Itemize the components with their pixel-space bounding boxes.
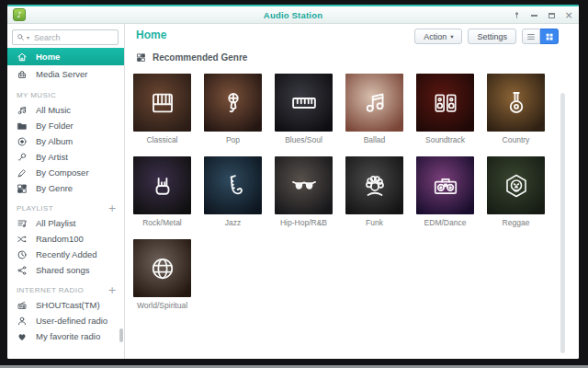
- genre-tile-hip-hop-r-b[interactable]: Hip-Hop/R&B: [275, 156, 333, 227]
- playlist-icon: [17, 218, 28, 229]
- pin-icon[interactable]: [512, 10, 521, 21]
- sidebar-item-shared-songs[interactable]: Shared songs: [7, 262, 124, 278]
- sidebar-item-label: By Genre: [36, 183, 73, 193]
- genre-tile-image: [133, 156, 191, 214]
- sidebar-item-all-music[interactable]: All Music: [7, 102, 124, 118]
- genre-tile-label: Jazz: [204, 218, 262, 227]
- sidebar-item-by-folder[interactable]: By Folder: [7, 118, 124, 133]
- grid-view-button[interactable]: [540, 29, 559, 44]
- genre-tile-image: [487, 74, 545, 132]
- chevron-down-icon: ▾: [450, 33, 453, 40]
- sidebar: ▾ Search HomeMedia ServerMY MUSICAll Mus…: [7, 24, 125, 359]
- section-header: Recommended Genre: [136, 52, 579, 63]
- minimize-icon[interactable]: [529, 10, 538, 21]
- sidebar-item-user-defined-radio[interactable]: User-defined radio: [7, 313, 124, 328]
- sidebar-item-random100[interactable]: Random100: [7, 231, 124, 247]
- sidebar-item-label: By Composer: [36, 167, 89, 178]
- titlebar[interactable]: ♪ Audio Station ×: [7, 6, 579, 24]
- audio-station-app-icon: ♪: [13, 8, 26, 21]
- sidebar-item-home[interactable]: Home: [7, 48, 124, 65]
- maximize-icon[interactable]: [547, 10, 556, 21]
- sidebar-item-my-favorite-radio[interactable]: My favorite radio: [7, 328, 124, 344]
- genre-tile-pop[interactable]: Pop: [204, 74, 262, 144]
- genre-tile-image: [416, 74, 474, 132]
- genre-tile-label: Rock/Metal: [133, 218, 191, 227]
- genre-tile-image: [416, 156, 474, 214]
- sidebar-item-label: Media Server: [36, 69, 88, 79]
- sidebar-item-by-album[interactable]: By Album: [7, 133, 124, 149]
- genre-tile-image: [345, 74, 403, 132]
- genre-tile-jazz[interactable]: Jazz: [204, 156, 262, 227]
- genre-tile-image: [204, 74, 262, 132]
- genre-tile-label: World/Spiritual: [133, 301, 191, 310]
- sidebar-item-label: All Playlist: [36, 218, 75, 228]
- disc-icon: [17, 136, 28, 147]
- add-icon[interactable]: +: [107, 287, 117, 294]
- genre-tile-image: [133, 74, 191, 132]
- sidebar-scrollbar[interactable]: [119, 328, 123, 342]
- close-icon[interactable]: ×: [564, 10, 573, 21]
- sidebar-item-label: Home: [36, 52, 60, 62]
- sidebar-item-all-playlist[interactable]: All Playlist: [7, 215, 124, 231]
- genre-tile-image: [275, 156, 333, 214]
- search-placeholder: Search: [34, 33, 61, 42]
- genre-tile-blues-soul[interactable]: Blues/Soul: [275, 74, 333, 144]
- genre-tile-label: Soundtrack: [416, 135, 474, 144]
- genre-grid-icon: [17, 183, 28, 194]
- radio-icon: [17, 300, 28, 311]
- settings-button-label: Settings: [477, 32, 507, 41]
- genre-tile-country[interactable]: Country: [487, 74, 545, 144]
- genre-tile-rock-metal[interactable]: Rock/Metal: [133, 156, 191, 227]
- sidebar-section-header: INTERNET RADIO+: [17, 286, 117, 294]
- genre-tile-image: [345, 156, 403, 214]
- genre-tile-reggae[interactable]: Reggae: [487, 156, 545, 227]
- genre-tile-image: [204, 156, 262, 214]
- sidebar-item-shoutcast-tm[interactable]: SHOUTcast(TM): [7, 297, 124, 313]
- server-icon: [17, 69, 28, 80]
- sidebar-item-by-composer[interactable]: By Composer: [7, 165, 124, 180]
- share-icon: [17, 265, 28, 276]
- genre-tile-edm-dance[interactable]: EDM/Dance: [416, 156, 474, 227]
- search-input[interactable]: ▾ Search: [12, 29, 119, 45]
- action-button-label: Action: [424, 32, 447, 41]
- content-scrollbar[interactable]: [560, 93, 565, 353]
- sidebar-item-by-genre[interactable]: By Genre: [7, 180, 124, 196]
- genre-tile-label: Reggae: [487, 218, 545, 227]
- sidebar-item-label: Shared songs: [36, 265, 90, 275]
- genre-tile-classical[interactable]: Classical: [133, 74, 191, 144]
- sidebar-item-by-artist[interactable]: By Artist: [7, 149, 124, 165]
- sidebar-item-media-server[interactable]: Media Server: [7, 65, 124, 83]
- main-area: ▾ Search HomeMedia ServerMY MUSICAll Mus…: [7, 24, 579, 359]
- sidebar-section-title: PLAYLIST: [17, 204, 53, 213]
- view-toggle: [522, 29, 559, 44]
- genre-tile-label: Hip-Hop/R&B: [275, 218, 333, 227]
- content-area: Home Action ▾ Settings: [125, 24, 579, 359]
- sidebar-section-title: MY MUSIC: [17, 91, 56, 99]
- genre-tile-world-spiritual[interactable]: World/Spiritual: [133, 239, 191, 310]
- genre-tile-label: Funk: [345, 218, 403, 227]
- action-button[interactable]: Action ▾: [414, 29, 462, 44]
- sidebar-section-title: INTERNET RADIO: [17, 286, 84, 294]
- shuffle-icon: [17, 234, 28, 245]
- add-icon[interactable]: +: [107, 205, 117, 213]
- toolbar-buttons: Action ▾ Settings: [414, 29, 559, 44]
- sidebar-item-label: My favorite radio: [36, 331, 100, 341]
- genre-tile-soundtrack[interactable]: Soundtrack: [416, 74, 474, 144]
- genre-tile-label: Country: [487, 135, 545, 144]
- sidebar-item-label: By Album: [36, 136, 73, 146]
- chevron-down-icon: ▾: [27, 34, 29, 40]
- sidebar-section-header: MY MUSIC: [17, 91, 117, 99]
- sidebar-item-label: User-defined radio: [36, 316, 107, 326]
- audio-station-window: ♪ Audio Station × ▾ Search HomeMedia Ser…: [7, 5, 579, 359]
- user-icon: [17, 316, 28, 327]
- sidebar-item-recently-added[interactable]: Recently Added: [7, 247, 124, 262]
- sidebar-item-label: By Folder: [36, 121, 74, 131]
- sidebar-item-label: All Music: [36, 105, 71, 115]
- genre-tile-image: [487, 156, 545, 214]
- genre-tile-funk[interactable]: Funk: [345, 156, 403, 227]
- genre-tile-ballad[interactable]: Ballad: [345, 74, 403, 144]
- list-view-button[interactable]: [522, 29, 540, 44]
- sidebar-item-label: SHOUTcast(TM): [36, 300, 100, 310]
- search-icon: [17, 33, 25, 41]
- settings-button[interactable]: Settings: [468, 29, 516, 44]
